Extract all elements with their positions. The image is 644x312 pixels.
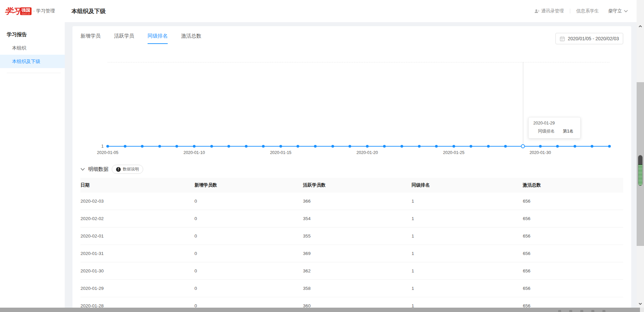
contacts-management-link[interactable]: 通讯录管理 [534,8,564,14]
chart-point[interactable] [400,145,403,148]
table-cell: 2020-01-30 [80,262,195,280]
chart-point[interactable] [574,145,576,148]
table-cell: 2020-02-01 [80,227,195,245]
calendar-icon [560,36,565,41]
table-row: 2020-02-0203541656 [80,210,623,227]
table-cell: 1 [412,280,523,297]
chart-point[interactable] [539,145,542,148]
sidebar-item[interactable]: 本组织 [0,41,65,55]
tab[interactable]: 新增学员 [80,33,101,44]
table-cell: 1 [412,262,523,280]
table-cell: 362 [303,262,412,280]
chart-point[interactable] [470,145,472,148]
chart-tooltip: 2020-01-29 同级排名 第1名 [528,117,581,139]
taskbar-icon[interactable] [602,310,605,312]
table-cell: 0 [195,262,303,280]
page-scrollbar[interactable] [637,0,644,308]
chart-point[interactable] [227,145,230,148]
table-cell: 2020-01-31 [80,245,195,262]
x-axis-tick-label: 2020-01-15 [270,150,291,155]
scroll-up-arrow[interactable] [637,23,644,29]
chart-point[interactable] [141,145,144,148]
chevron-down-icon [624,10,628,12]
chart-point[interactable] [504,145,507,148]
table-row: 2020-02-0303661656 [80,193,623,210]
taskbar-icon[interactable] [580,310,583,312]
chart-hover-line [523,62,523,146]
chart-point[interactable] [383,145,386,148]
chart-point[interactable] [591,145,593,148]
chart-point[interactable] [556,145,559,148]
chevron-down-icon [80,168,85,171]
chart-point[interactable] [348,145,351,148]
chart-point[interactable] [245,145,248,148]
top-header: 本组织及下级 通讯录管理 信息系学生 柴守立 [65,0,637,22]
taskbar-show-desktop[interactable] [640,308,644,312]
product-name: · 学习管理 [33,8,55,14]
table-cell: 1 [412,210,523,227]
page-title: 本组织及下级 [71,7,106,15]
data-notes-label: 数据说明 [123,166,139,172]
tab[interactable]: 同级排名 [148,33,168,44]
x-axis-tick-label: 2020-01-05 [97,150,118,155]
chart-point[interactable] [175,145,178,148]
chart-point[interactable] [314,145,317,148]
x-axis-tick-label: 2020-01-25 [443,150,465,155]
user-menu[interactable]: 柴守立 [608,8,628,14]
table-cell: 358 [303,280,412,297]
tabs: 新增学员活跃学员同级排名激活总数 [80,33,623,44]
x-axis-tick-label: 2020-01-10 [183,150,205,155]
table-cell: 1 [412,227,523,245]
contacts-icon [534,9,539,14]
chart-point[interactable] [418,145,421,148]
table-cell: 656 [523,280,623,297]
chart-point[interactable] [331,145,334,148]
logo-badge-text: 强国 [21,8,30,12]
chart-point[interactable] [193,145,196,148]
chart-point[interactable] [366,145,369,148]
chart-point[interactable] [262,145,265,148]
column-header: 新增学员数 [195,178,303,193]
date-range-value: 2020/01/05 - 2020/02/03 [568,36,619,41]
info-icon: ! [116,167,121,172]
chart-point[interactable] [297,145,299,148]
detail-collapse-toggle[interactable]: 明细数据 [80,166,108,172]
org-name-link[interactable]: 信息系学生 [576,8,599,14]
taskbar-icon[interactable] [591,310,594,312]
table-row: 2020-01-3103691656 [80,245,623,262]
detail-table-header-row: 日期新增学员数活跃学员数同级排名激活总数 [80,178,623,193]
detail-table-head: 日期新增学员数活跃学员数同级排名激活总数 [80,178,623,193]
table-cell: 656 [523,245,623,262]
chart-point[interactable] [210,145,213,148]
date-range-picker[interactable]: 2020/01/05 - 2020/02/03 [555,33,623,44]
chart-point[interactable] [279,145,282,148]
table-cell: 656 [523,210,623,227]
app-logo: 学习 强国 xuexi.cn · 学习管理 [0,0,65,22]
scroll-down-arrow[interactable] [637,301,644,306]
taskbar-icon[interactable] [558,310,561,312]
scrollbar-green-marker [638,155,643,186]
data-notes-button[interactable]: ! 数据说明 [112,165,143,174]
table-cell: 656 [523,227,623,245]
table-cell: 0 [195,227,303,245]
table-cell: 2020-02-03 [80,193,195,210]
sidebar-item[interactable]: 本组织及下级 [0,55,65,68]
tooltip-row: 同级排名 第1名 [538,128,574,134]
x-axis-tick-label: 2020-01-20 [357,150,378,155]
chart-point[interactable] [435,145,438,148]
rank-line-chart[interactable]: 1 2020-01-29 同级排名 第1名 2020-01-052020-01-… [108,49,609,159]
tab[interactable]: 活跃学员 [114,33,134,44]
chart-point[interactable] [452,145,455,148]
logo-badge-subtext: xuexi.cn [21,13,30,15]
column-header: 同级排名 [412,178,523,193]
taskbar-strip[interactable] [0,308,644,312]
chart-point[interactable] [124,145,126,148]
chart-point[interactable] [608,145,611,148]
sidebar-section-title: 学习报告 [7,32,65,38]
tab[interactable]: 激活总数 [181,33,201,44]
chart-point[interactable] [158,145,161,148]
taskbar-icon[interactable] [569,310,572,312]
chart-point[interactable] [106,145,109,148]
chart-point-highlighted[interactable] [521,144,525,148]
chart-point[interactable] [487,145,490,148]
